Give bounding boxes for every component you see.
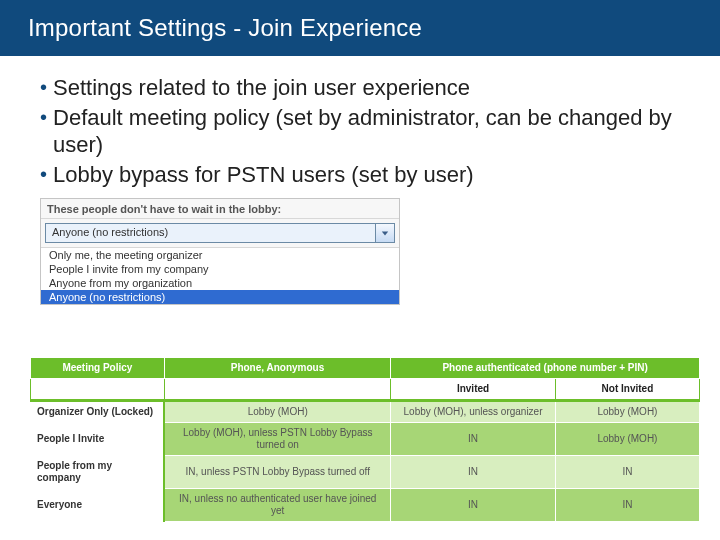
bullet-list: • Settings related to the join user expe… bbox=[0, 56, 720, 198]
lobby-dropdown-selected: Anyone (no restrictions) bbox=[46, 224, 375, 242]
cell-invited: IN bbox=[391, 423, 556, 456]
row-label: Everyone bbox=[31, 489, 165, 522]
cell-not-invited: Lobby (MOH) bbox=[555, 401, 699, 423]
cell-phone-anon: Lobby (MOH) bbox=[164, 401, 390, 423]
lobby-dropdown-option[interactable]: Only me, the meeting organizer bbox=[41, 248, 399, 262]
blank-cell bbox=[31, 379, 165, 401]
col-meeting-policy: Meeting Policy bbox=[31, 358, 165, 379]
lobby-dropdown-option[interactable]: Anyone (no restrictions) bbox=[41, 290, 399, 304]
cell-not-invited: IN bbox=[555, 456, 699, 489]
cell-phone-anon: Lobby (MOH), unless PSTN Lobby Bypass tu… bbox=[164, 423, 390, 456]
lobby-dropdown-control[interactable]: Anyone (no restrictions) bbox=[45, 223, 395, 243]
row-label: People I Invite bbox=[31, 423, 165, 456]
bullet-text: Default meeting policy (set by administr… bbox=[53, 104, 688, 159]
lobby-dropdown-list: Only me, the meeting organizer People I … bbox=[41, 247, 399, 304]
table-row: People I Invite Lobby (MOH), unless PSTN… bbox=[31, 423, 700, 456]
page-title: Important Settings - Join Experience bbox=[0, 14, 422, 42]
svg-marker-0 bbox=[382, 231, 388, 235]
subcol-invited: Invited bbox=[391, 379, 556, 401]
bullet-icon: • bbox=[40, 104, 47, 131]
cell-invited: Lobby (MOH), unless organizer bbox=[391, 401, 556, 423]
lobby-dropdown-label: These people don't have to wait in the l… bbox=[41, 199, 399, 219]
cell-not-invited: IN bbox=[555, 489, 699, 522]
policy-table-container: Meeting Policy Phone, Anonymous Phone au… bbox=[30, 357, 700, 522]
row-label: Organizer Only (Locked) bbox=[31, 401, 165, 423]
bullet-icon: • bbox=[40, 74, 47, 101]
table-row: People from my company IN, unless PSTN L… bbox=[31, 456, 700, 489]
lobby-dropdown-option[interactable]: Anyone from my organization bbox=[41, 276, 399, 290]
slide: Important Settings - Join Experience • S… bbox=[0, 0, 720, 540]
lobby-dropdown-panel: These people don't have to wait in the l… bbox=[40, 198, 400, 305]
policy-table: Meeting Policy Phone, Anonymous Phone au… bbox=[30, 357, 700, 522]
col-phone-anonymous: Phone, Anonymous bbox=[164, 358, 390, 379]
table-row: Everyone IN, unless no authenticated use… bbox=[31, 489, 700, 522]
title-band: Important Settings - Join Experience bbox=[0, 0, 720, 56]
bullet-item: • Default meeting policy (set by adminis… bbox=[40, 104, 688, 159]
chevron-down-icon[interactable] bbox=[375, 224, 394, 242]
bullet-text: Settings related to the join user experi… bbox=[53, 74, 688, 102]
bullet-item: • Settings related to the join user expe… bbox=[40, 74, 688, 102]
subcol-not-invited: Not Invited bbox=[555, 379, 699, 401]
table-row: Organizer Only (Locked) Lobby (MOH) Lobb… bbox=[31, 401, 700, 423]
cell-invited: IN bbox=[391, 489, 556, 522]
bullet-item: • Lobby bypass for PSTN users (set by us… bbox=[40, 161, 688, 189]
blank-cell bbox=[164, 379, 390, 401]
lobby-dropdown-option[interactable]: People I invite from my company bbox=[41, 262, 399, 276]
bullet-text: Lobby bypass for PSTN users (set by user… bbox=[53, 161, 688, 189]
bullet-icon: • bbox=[40, 161, 47, 188]
col-phone-auth: Phone authenticated (phone number + PIN) bbox=[391, 358, 700, 379]
cell-invited: IN bbox=[391, 456, 556, 489]
row-label: People from my company bbox=[31, 456, 165, 489]
cell-not-invited: Lobby (MOH) bbox=[555, 423, 699, 456]
cell-phone-anon: IN, unless PSTN Lobby Bypass turned off bbox=[164, 456, 390, 489]
cell-phone-anon: IN, unless no authenticated user have jo… bbox=[164, 489, 390, 522]
